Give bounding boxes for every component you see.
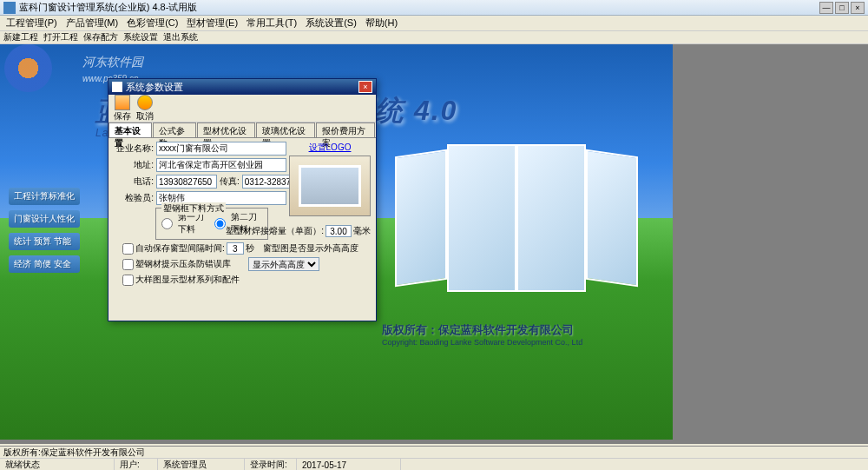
main-toolbar: 新建工程 打开工程 保存配方 系统设置 退出系统 bbox=[0, 31, 868, 44]
app-titlebar: 蓝科门窗设计管理系统(企业版) 4.8-试用版 — □ × bbox=[0, 0, 868, 16]
copyright-text: 版权所有：保定蓝科软件开发有限公司 bbox=[382, 322, 574, 338]
toolbar-open[interactable]: 打开工程 bbox=[43, 31, 78, 43]
dialog-title: 系统参数设置 bbox=[126, 81, 358, 94]
phone-input[interactable] bbox=[156, 175, 217, 189]
cut-radio-2[interactable] bbox=[214, 218, 226, 229]
sidebar-btn-2[interactable]: 门窗设计人性化 bbox=[9, 210, 80, 228]
status-user-label: 用户: bbox=[115, 459, 158, 470]
cut-opt1-label: 第一刀下料 bbox=[178, 211, 209, 235]
large-drawing-checkbox[interactable] bbox=[122, 275, 134, 286]
inspector-label: 检验员: bbox=[114, 192, 154, 204]
tab-glass-opt[interactable]: 玻璃优化设置 bbox=[256, 122, 315, 137]
watermark-logo-icon bbox=[4, 44, 52, 92]
sidebar-btn-1[interactable]: 工程计算标准化 bbox=[9, 188, 80, 205]
weld-unit: 毫米 bbox=[353, 225, 371, 237]
status-ready: 就绪状态 bbox=[0, 459, 115, 470]
maximize-button[interactable]: □ bbox=[835, 2, 849, 14]
fax-label: 传真: bbox=[220, 175, 240, 188]
menu-profile[interactable]: 型材管理(E) bbox=[184, 17, 240, 30]
status-login-label: 登录时间: bbox=[245, 459, 297, 470]
window-controls: — □ × bbox=[819, 2, 865, 14]
dialog-tabs: 基本设置 公式参数 型材优化设置 玻璃优化设置 报价费用方案 bbox=[108, 122, 376, 138]
large-drawing-label: 大样图显示型材系列和配件 bbox=[135, 274, 240, 286]
company-input[interactable] bbox=[156, 142, 286, 156]
autosave-unit: 秒 bbox=[246, 242, 254, 255]
app-icon bbox=[3, 2, 16, 14]
toolbar-exit[interactable]: 退出系统 bbox=[163, 31, 198, 43]
settings-dialog: 系统参数设置 × 保存 取消 基本设置 公式参数 型材优化设置 玻璃优化设置 报… bbox=[108, 78, 377, 321]
cancel-button[interactable]: 取消 bbox=[136, 95, 154, 122]
minimize-button[interactable]: — bbox=[819, 2, 833, 14]
weld-row: 塑型材焊接熔量（单面）: 毫米 bbox=[226, 225, 371, 237]
height-display-label: 窗型图是否显示外高高度 bbox=[263, 242, 358, 255]
dialog-body: 设置LOGO 企业名称: 地址: 电话: 传真: 检验员: bbox=[108, 138, 376, 321]
toolbar-settings[interactable]: 系统设置 bbox=[123, 31, 158, 43]
height-display-select[interactable]: 显示外高高度 bbox=[248, 257, 319, 271]
tab-profile-opt[interactable]: 型材优化设置 bbox=[197, 122, 256, 137]
save-icon bbox=[115, 95, 130, 110]
menu-settings[interactable]: 系统设置(S) bbox=[303, 17, 359, 30]
dialog-titlebar[interactable]: 系统参数设置 × bbox=[108, 79, 376, 95]
status-user-value: 系统管理员 bbox=[158, 459, 245, 470]
window-3d-graphic bbox=[395, 136, 638, 305]
dialog-close-button[interactable]: × bbox=[358, 81, 372, 93]
cut-group-title: 塑钢框下料方式 bbox=[161, 202, 226, 215]
address-label: 地址: bbox=[114, 159, 154, 171]
mdi-workspace: 河东软件园 www.pc359.cn 蓝科系统 4.0 LanKe Door S… bbox=[0, 44, 868, 444]
dialog-icon bbox=[112, 82, 122, 92]
menu-project[interactable]: 工程管理(P) bbox=[3, 17, 60, 30]
status-owner: 版权所有:保定蓝科软件开发有限公司 bbox=[3, 447, 145, 459]
bead-hint-label: 塑钢材提示压条防错误库 bbox=[135, 258, 231, 270]
app-title: 蓝科门窗设计管理系统(企业版) 4.8-试用版 bbox=[19, 1, 819, 14]
statusbar: 版权所有:保定蓝科软件开发有限公司 就绪状态 用户: 系统管理员 登录时间: 2… bbox=[0, 446, 868, 470]
autosave-checkbox[interactable] bbox=[122, 243, 134, 255]
bead-hint-checkbox[interactable] bbox=[122, 259, 134, 270]
phone-label: 电话: bbox=[114, 175, 154, 188]
cancel-icon bbox=[137, 95, 153, 110]
autosave-label: 自动保存窗型间隔时间: bbox=[135, 242, 225, 255]
weld-label: 塑型材焊接熔量（单面）: bbox=[226, 225, 324, 237]
menu-help[interactable]: 帮助(H) bbox=[363, 17, 400, 30]
close-button[interactable]: × bbox=[851, 2, 865, 14]
logo-link[interactable]: 设置LOGO bbox=[289, 142, 371, 154]
copyright-text-en: Copyright: Baoding Lanke Software Develo… bbox=[382, 338, 582, 347]
status-login-value: 2017-05-17 bbox=[297, 459, 401, 470]
cut-radio-1[interactable] bbox=[161, 218, 173, 229]
autosave-value[interactable] bbox=[227, 242, 244, 255]
logo-section: 设置LOGO bbox=[289, 142, 371, 216]
dialog-toolbar: 保存 取消 bbox=[108, 95, 376, 122]
sidebar-btn-3[interactable]: 统计 预算 节能 bbox=[9, 233, 80, 250]
main-menubar: 工程管理(P) 产品管理(M) 色彩管理(C) 型材管理(E) 常用工具(T) … bbox=[0, 16, 868, 31]
toolbar-new[interactable]: 新建工程 bbox=[3, 31, 38, 43]
menu-tools[interactable]: 常用工具(T) bbox=[244, 17, 299, 30]
company-label: 企业名称: bbox=[114, 142, 154, 155]
menu-product[interactable]: 产品管理(M) bbox=[63, 17, 122, 30]
logo-preview[interactable] bbox=[289, 156, 371, 216]
save-button[interactable]: 保存 bbox=[114, 95, 131, 122]
menu-color[interactable]: 色彩管理(C) bbox=[124, 17, 181, 30]
sidebar-btn-4[interactable]: 经济 简便 安全 bbox=[9, 255, 80, 273]
toolbar-save[interactable]: 保存配方 bbox=[83, 31, 118, 43]
sidebar-buttons: 工程计算标准化 门窗设计人性化 统计 预算 节能 经济 简便 安全 bbox=[9, 188, 80, 273]
weld-input[interactable] bbox=[326, 225, 352, 237]
tab-basic[interactable]: 基本设置 bbox=[108, 122, 152, 137]
tab-quote[interactable]: 报价费用方案 bbox=[316, 122, 375, 137]
address-input[interactable] bbox=[156, 158, 286, 172]
tab-formula[interactable]: 公式参数 bbox=[153, 122, 196, 137]
